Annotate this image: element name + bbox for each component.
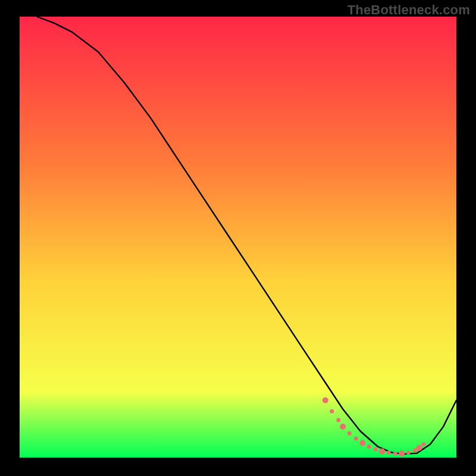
watermark-text: TheBottleneck.com — [347, 2, 470, 18]
marker-point — [399, 450, 405, 456]
marker-point — [379, 449, 385, 455]
chart-svg — [0, 0, 476, 476]
marker-point — [340, 424, 346, 430]
marker-point — [406, 450, 411, 455]
marker-point — [393, 452, 397, 456]
marker-point — [336, 418, 340, 422]
marker-point — [413, 449, 417, 453]
marker-point — [322, 397, 328, 403]
marker-point — [387, 450, 391, 455]
marker-point — [359, 440, 365, 446]
plot-background — [20, 17, 456, 458]
marker-point — [374, 447, 378, 451]
marker-point — [367, 444, 371, 449]
chart-frame: { "watermark": "TheBottleneck.com", "col… — [0, 0, 476, 476]
marker-point — [422, 442, 426, 446]
marker-point — [354, 437, 358, 441]
marker-point — [347, 431, 352, 436]
marker-point — [330, 409, 334, 414]
marker-point — [416, 445, 422, 451]
